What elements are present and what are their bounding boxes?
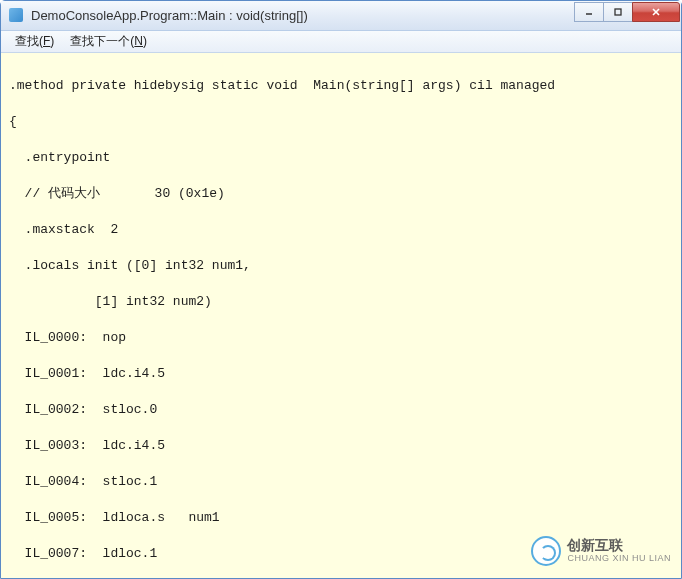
minimize-icon xyxy=(584,7,594,17)
code-line: IL_0000: nop xyxy=(9,329,673,347)
close-button[interactable] xyxy=(632,2,680,22)
app-window: DemoConsoleApp.Program::Main : void(stri… xyxy=(0,0,682,579)
svg-rect-1 xyxy=(615,9,621,15)
window-controls xyxy=(575,2,680,22)
code-line: .maxstack 2 xyxy=(9,221,673,239)
close-icon xyxy=(650,6,662,18)
code-line: IL_0005: ldloca.s num1 xyxy=(9,509,673,527)
code-line: IL_0001: ldc.i4.5 xyxy=(9,365,673,383)
titlebar[interactable]: DemoConsoleApp.Program::Main : void(stri… xyxy=(1,1,681,31)
code-line: IL_0004: stloc.1 xyxy=(9,473,673,491)
code-pane[interactable]: .method private hidebysig static void Ma… xyxy=(1,53,681,578)
menu-find[interactable]: 查找(F) xyxy=(7,31,62,52)
code-line: .entrypoint xyxy=(9,149,673,167)
minimize-button[interactable] xyxy=(574,2,604,22)
menubar: 查找(F) 查找下一个(N) xyxy=(1,31,681,53)
menu-find-next[interactable]: 查找下一个(N) xyxy=(62,31,155,52)
maximize-button[interactable] xyxy=(603,2,633,22)
code-line: IL_0002: stloc.0 xyxy=(9,401,673,419)
code-line: IL_0003: ldc.i4.5 xyxy=(9,437,673,455)
code-line: IL_0007: ldloc.1 xyxy=(9,545,673,563)
code-line: [1] int32 num2) xyxy=(9,293,673,311)
code-line: .method private hidebysig static void Ma… xyxy=(9,77,673,95)
code-line: .locals init ([0] int32 num1, xyxy=(9,257,673,275)
code-line: { xyxy=(9,113,673,131)
code-line: // 代码大小 30 (0x1e) xyxy=(9,185,673,203)
app-icon xyxy=(9,8,25,24)
maximize-icon xyxy=(613,7,623,17)
